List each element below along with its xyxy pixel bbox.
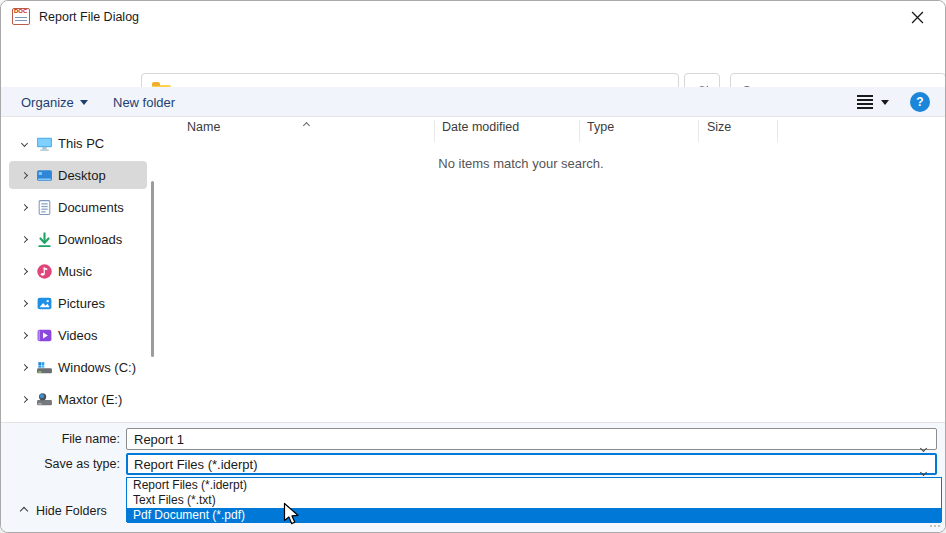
caret-down-icon bbox=[881, 100, 889, 105]
sidebar-item-label: Videos bbox=[58, 328, 98, 343]
column-header-date-modified[interactable]: Date modified bbox=[442, 120, 519, 134]
window-title: Report File Dialog bbox=[39, 1, 139, 33]
sidebar-item-windows-c[interactable]: Windows (C:) bbox=[9, 353, 147, 381]
option-pdf-document[interactable]: Pdf Document (*.pdf) bbox=[127, 508, 941, 523]
doc-icon-label: DOC bbox=[14, 8, 27, 15]
combobox-chevron-down-icon bbox=[921, 463, 926, 478]
downloads-icon bbox=[36, 231, 53, 248]
save-as-type-combobox[interactable]: Report Files (*.iderpt) bbox=[126, 453, 937, 475]
column-divider[interactable] bbox=[434, 120, 435, 142]
sidebar-item-label: This PC bbox=[58, 136, 104, 151]
option-text-files[interactable]: Text Files (*.txt) bbox=[127, 493, 941, 508]
report-document-icon: DOC bbox=[12, 8, 30, 25]
expander-chevron-right-icon[interactable] bbox=[17, 173, 31, 178]
chevron-up-icon bbox=[20, 507, 28, 515]
empty-list-message: No items match your search. bbox=[161, 156, 881, 171]
folder-tree-sidebar: This PC Desktop Documents Downloads bbox=[1, 118, 161, 422]
column-header-type[interactable]: Type bbox=[587, 120, 614, 134]
sidebar-item-desktop[interactable]: Desktop bbox=[9, 161, 147, 189]
new-folder-button[interactable]: New folder bbox=[113, 87, 175, 117]
external-drive-icon bbox=[36, 391, 53, 408]
sidebar-item-pictures[interactable]: Pictures bbox=[9, 289, 147, 317]
expander-chevron-right-icon[interactable] bbox=[17, 301, 31, 306]
close-button[interactable] bbox=[897, 1, 937, 33]
windows-drive-icon bbox=[36, 359, 53, 376]
report-file-dialog-window: DOC Report File Dialog ← → ↑ This PC Des… bbox=[0, 0, 946, 533]
option-report-files[interactable]: Report Files (*.iderpt) bbox=[127, 478, 941, 493]
command-toolbar: Organize New folder ? bbox=[1, 87, 945, 117]
help-button[interactable]: ? bbox=[910, 92, 930, 112]
expander-chevron-right-icon[interactable] bbox=[17, 333, 31, 338]
file-type-dropdown-list: Report Files (*.iderpt) Text Files (*.tx… bbox=[126, 477, 942, 522]
save-as-type-value: Report Files (*.iderpt) bbox=[134, 457, 258, 472]
column-divider[interactable] bbox=[777, 120, 778, 142]
caret-down-icon bbox=[80, 100, 88, 105]
sidebar-scrollbar[interactable] bbox=[151, 181, 154, 357]
column-header-name[interactable]: Name bbox=[187, 120, 220, 134]
sidebar-item-label: Music bbox=[58, 264, 92, 279]
help-icon: ? bbox=[916, 95, 923, 109]
title-bar: DOC Report File Dialog bbox=[1, 1, 945, 33]
close-icon bbox=[911, 11, 924, 24]
file-name-input[interactable] bbox=[126, 428, 937, 450]
sidebar-item-label: Documents bbox=[58, 200, 124, 215]
save-as-type-label: Save as type: bbox=[1, 457, 120, 471]
videos-icon bbox=[36, 327, 53, 344]
expander-chevron-right-icon[interactable] bbox=[17, 269, 31, 274]
column-header-size[interactable]: Size bbox=[707, 120, 731, 134]
expander-chevron-right-icon[interactable] bbox=[17, 205, 31, 210]
hide-folders-button[interactable]: Hide Folders bbox=[13, 498, 115, 524]
sidebar-item-label: Downloads bbox=[58, 232, 122, 247]
hide-folders-label: Hide Folders bbox=[36, 504, 107, 518]
view-options-dropdown[interactable] bbox=[881, 87, 889, 117]
sidebar-item-label: Windows (C:) bbox=[58, 360, 136, 375]
expander-chevron-right-icon[interactable] bbox=[17, 397, 31, 402]
sidebar-item-maxtor-e[interactable]: Maxtor (E:) bbox=[9, 385, 147, 413]
column-divider[interactable] bbox=[579, 120, 580, 142]
organize-button[interactable]: Organize bbox=[21, 87, 88, 117]
sort-ascending-icon bbox=[304, 114, 309, 132]
this-pc-icon bbox=[36, 135, 53, 152]
column-divider[interactable] bbox=[698, 120, 699, 142]
navigation-bar: ← → ↑ This PC Desktop Buildıng Informati… bbox=[1, 33, 945, 81]
screen: DOC Report File Dialog ← → ↑ This PC Des… bbox=[0, 0, 946, 533]
pictures-icon bbox=[36, 295, 53, 312]
sidebar-item-downloads[interactable]: Downloads bbox=[9, 225, 147, 253]
desktop-icon bbox=[36, 167, 53, 184]
sidebar-item-this-pc[interactable]: This PC bbox=[9, 129, 147, 157]
doc-icon-lines bbox=[15, 17, 27, 23]
sidebar-item-label: Pictures bbox=[58, 296, 105, 311]
expander-chevron-down-icon[interactable] bbox=[17, 141, 31, 146]
sidebar-item-label: Maxtor (E:) bbox=[58, 392, 122, 407]
sidebar-item-videos[interactable]: Videos bbox=[9, 321, 147, 349]
expander-chevron-right-icon[interactable] bbox=[17, 365, 31, 370]
view-options-button[interactable] bbox=[857, 87, 873, 117]
new-folder-label: New folder bbox=[113, 95, 175, 110]
organize-label: Organize bbox=[21, 95, 74, 110]
list-view-icon bbox=[857, 95, 873, 109]
sidebar-item-label: Desktop bbox=[58, 168, 106, 183]
file-name-label: File name: bbox=[1, 432, 120, 446]
sidebar-item-music[interactable]: Music bbox=[9, 257, 147, 285]
expander-chevron-right-icon[interactable] bbox=[17, 237, 31, 242]
documents-icon bbox=[36, 199, 53, 216]
music-icon bbox=[36, 263, 53, 280]
sidebar-item-documents[interactable]: Documents bbox=[9, 193, 147, 221]
